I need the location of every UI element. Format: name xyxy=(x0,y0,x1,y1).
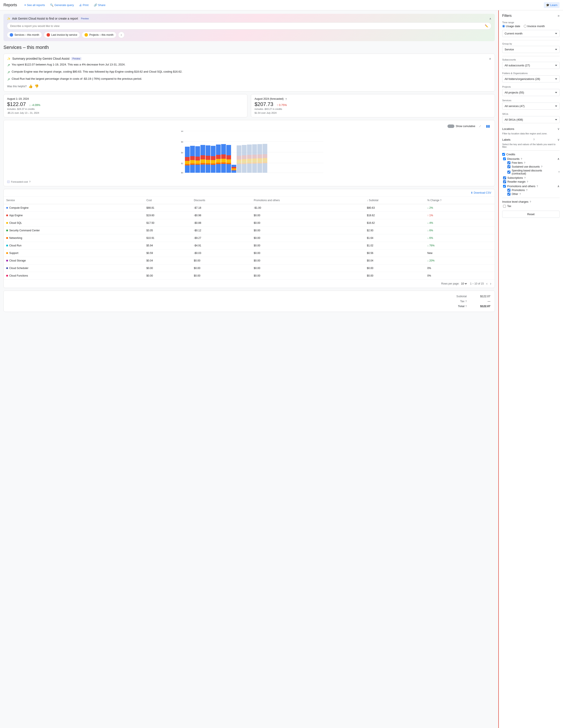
feedback-row: Was this helpful? 👍 👎 xyxy=(7,84,491,88)
col-cost: Cost xyxy=(144,197,191,204)
services-select[interactable]: All services (47) xyxy=(502,103,560,110)
prev-page-button[interactable]: ‹ xyxy=(486,282,487,286)
free-tiers-help-icon[interactable]: ? xyxy=(524,162,525,164)
reseller-help-icon[interactable]: ? xyxy=(527,180,528,183)
gemini-input[interactable] xyxy=(10,24,485,28)
cost-cell-7: $0.04 xyxy=(144,257,191,264)
folders-select[interactable]: All folders/organizations (28) xyxy=(502,75,560,82)
bar-chart-button[interactable]: ▮▮ xyxy=(485,123,491,129)
discounts-help-icon[interactable]: ? xyxy=(521,158,522,160)
usage-date-radio[interactable] xyxy=(502,25,505,28)
change-help-icon[interactable]: ? xyxy=(440,199,442,202)
svg-rect-20 xyxy=(190,163,195,165)
reset-button[interactable]: Reset xyxy=(502,211,560,218)
metric-period2-sub: includes -$43.27 in credits xyxy=(254,108,491,110)
locations-header[interactable]: Locations ∨ xyxy=(502,126,560,131)
promotions-checkbox[interactable] xyxy=(507,189,510,192)
other-checkbox[interactable] xyxy=(507,193,510,196)
rows-per-page-select[interactable]: 10 25 50 xyxy=(460,282,468,285)
summary-collapse-button[interactable]: ∧ xyxy=(489,57,491,60)
discounts-checkbox[interactable] xyxy=(503,157,506,160)
time-range-section: Time range Usage date Invoice month Curr… xyxy=(502,21,560,37)
thumbs-up-button[interactable]: 👍 xyxy=(28,84,33,88)
subaccounts-select[interactable]: All subaccounts (27) xyxy=(502,62,560,69)
cost-cell-4: $10.91 xyxy=(144,234,191,242)
promotions-cell-2: $0.00 xyxy=(251,219,364,227)
spending-help-icon[interactable]: ? xyxy=(558,171,560,173)
share-link[interactable]: 🔗 Share xyxy=(92,2,108,8)
trend-icon-0: ↗ xyxy=(7,63,10,68)
cost-cell-0: $88.81 xyxy=(144,204,191,212)
invoice-month-radio-label[interactable]: Invoice month xyxy=(524,25,545,28)
change-cell-5: ↓ 76% xyxy=(425,242,495,249)
other-help-icon[interactable]: ? xyxy=(519,193,521,195)
learn-button[interactable]: 🎓 Learn xyxy=(544,2,560,8)
free-tiers-checkbox[interactable] xyxy=(507,161,510,164)
generate-query-link[interactable]: 🔍 Generate query xyxy=(48,2,76,8)
table-row: App Engine$19.60-$0.98$0.00$18.62↑ 1% xyxy=(4,212,495,219)
promotions-item-help-icon[interactable]: ? xyxy=(526,189,527,191)
gemini-collapse-button[interactable]: ∧ xyxy=(489,17,491,20)
cost-cell-6: $0.59 xyxy=(144,249,191,257)
promotions-help-icon[interactable]: ? xyxy=(537,185,538,188)
toggle-switch[interactable] xyxy=(448,124,454,128)
next-page-button[interactable]: › xyxy=(490,282,491,286)
download-icon: ⬇ xyxy=(471,191,473,194)
service-cell-9: Cloud Functions xyxy=(4,272,144,280)
discounts-chevron-icon[interactable]: ∧ xyxy=(557,157,560,160)
quick-report-services[interactable]: Services – this month xyxy=(7,32,42,38)
skus-section: SKUs All SKUs (408) xyxy=(502,113,560,123)
svg-rect-0 xyxy=(10,33,13,37)
invoice-month-radio[interactable] xyxy=(524,25,527,28)
svg-rect-52 xyxy=(231,170,236,170)
quick-report-projects[interactable]: Projects – this month xyxy=(82,32,116,38)
subscriptions-help-icon[interactable]: ? xyxy=(524,177,526,179)
svg-rect-1 xyxy=(47,33,50,37)
sustained-use-checkbox[interactable] xyxy=(507,165,510,168)
summary-sparkle-icon: ✨ xyxy=(7,57,11,60)
usage-date-radio-label[interactable]: Usage date xyxy=(502,25,520,28)
thumbs-down-button[interactable]: 👎 xyxy=(34,84,39,88)
divider-1 xyxy=(502,40,560,40)
forecast-help-icon[interactable]: ? xyxy=(29,180,30,183)
tax-checkbox[interactable] xyxy=(503,205,506,208)
promotions-chevron-icon[interactable]: ∧ xyxy=(557,185,560,188)
credit-item-free-tiers: Free tiers ? xyxy=(507,161,560,164)
locations-section: Locations ∨ Filter by location data like… xyxy=(502,126,560,135)
quick-report-invoice[interactable]: Last invoice by service xyxy=(44,32,80,38)
divider-4 xyxy=(502,198,560,198)
tax-value: — xyxy=(475,300,490,303)
subscriptions-checkbox[interactable] xyxy=(503,176,506,179)
svg-rect-32 xyxy=(206,163,210,165)
service-cell-3: Security Command Center xyxy=(4,227,144,234)
reseller-checkbox[interactable] xyxy=(503,180,506,183)
page-title: Reports xyxy=(3,3,17,7)
skus-select[interactable]: All SKUs (408) xyxy=(502,116,560,123)
locations-hint: Filter by location data like region and … xyxy=(502,132,560,135)
invoice-charges-help-icon[interactable]: ? xyxy=(530,201,531,203)
print-link[interactable]: 🖨 Print xyxy=(77,2,91,8)
quick-reports: Services – this month Last invoice by se… xyxy=(7,32,491,38)
total-help-icon[interactable]: ? xyxy=(465,305,467,308)
discounts-label: Discounts xyxy=(507,157,519,160)
table-row: Networking$10.91-$9.27$0.00$1.64↓ 6% xyxy=(4,234,495,242)
spending-based-checkbox[interactable] xyxy=(507,171,510,174)
svg-text:$2: $2 xyxy=(181,162,183,165)
download-csv-button[interactable]: ⬇ Download CSV xyxy=(471,191,491,194)
see-all-reports-link[interactable]: ≡ See all reports xyxy=(22,2,47,8)
labels-header[interactable]: Labels ? ∨ xyxy=(502,137,560,142)
show-cumulative-toggle[interactable]: Show cumulative xyxy=(448,124,475,128)
report-title: Services – this month xyxy=(3,45,495,50)
quick-report-more[interactable]: › xyxy=(118,32,125,38)
current-month-select[interactable]: Current month xyxy=(502,30,560,37)
labels-help-icon[interactable]: ? xyxy=(533,138,535,141)
group-by-select[interactable]: Service xyxy=(502,46,560,53)
filters-collapse-button[interactable]: » xyxy=(558,14,560,18)
sustained-help-icon[interactable]: ? xyxy=(541,165,542,168)
projects-select[interactable]: All projects (55) xyxy=(502,89,560,96)
credits-checkbox[interactable] xyxy=(502,153,505,156)
line-chart-button[interactable]: ⟋ xyxy=(477,123,483,129)
tax-help-icon[interactable]: ? xyxy=(465,300,467,303)
forecast-help-icon[interactable]: ? xyxy=(286,98,287,101)
promotions-and-others-checkbox[interactable] xyxy=(503,185,506,188)
